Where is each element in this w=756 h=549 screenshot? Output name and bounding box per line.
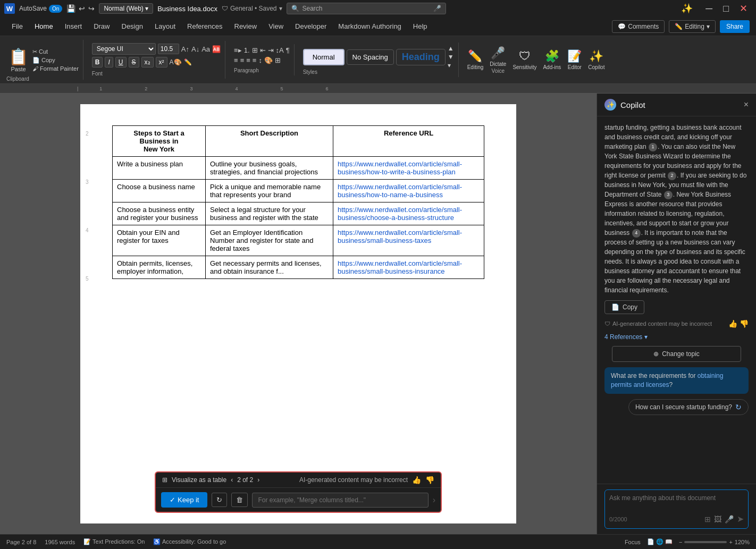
save-icon[interactable]: 💾 <box>66 4 75 13</box>
menu-draw[interactable]: Draw <box>88 20 115 33</box>
line-spacing-button[interactable]: ↕ <box>258 56 262 64</box>
paste-button[interactable]: 📋 Paste <box>4 40 32 80</box>
zoom-in-button[interactable]: + <box>729 539 732 545</box>
keep-it-button[interactable]: ✓ Keep it <box>161 492 207 508</box>
mic-icon[interactable]: 🎤 <box>433 5 441 12</box>
change-case-button[interactable]: Aa <box>201 45 210 53</box>
font-size-increase[interactable]: A↑ <box>181 45 189 53</box>
increase-indent-button[interactable]: ⇥ <box>268 46 274 54</box>
search-bar[interactable]: 🔍 Search 🎤 <box>287 3 446 14</box>
menu-review[interactable]: Review <box>229 20 263 33</box>
addins-button[interactable]: 🧩 Add-ins <box>543 49 561 70</box>
zoom-slider[interactable] <box>684 541 727 543</box>
borders-button[interactable]: ⊞ <box>275 56 281 64</box>
numbering-button[interactable]: 1. <box>244 46 250 54</box>
redo-icon[interactable]: ↪ <box>88 4 95 13</box>
menu-view[interactable]: View <box>263 20 289 33</box>
bullets-button[interactable]: ≡▸ <box>234 46 242 54</box>
highlight-button[interactable]: ✏️ <box>184 58 192 66</box>
menu-home[interactable]: Home <box>29 20 58 33</box>
font-color-button[interactable]: A🎨 <box>170 58 182 66</box>
regenerate-button[interactable]: ↻ <box>212 493 227 507</box>
zoom-out-button[interactable]: − <box>679 539 682 545</box>
underline-button[interactable]: U <box>115 57 127 67</box>
thumbs-down-feedback[interactable]: 👎 <box>740 319 749 328</box>
viz-next[interactable]: › <box>257 476 259 484</box>
thumbs-up-feedback[interactable]: 👍 <box>728 319 737 328</box>
superscript-button[interactable]: x² <box>156 57 167 67</box>
close-button[interactable]: ✕ <box>735 2 752 15</box>
align-right-button[interactable]: ≡ <box>246 56 250 64</box>
change-topic-button[interactable]: ⊕ Change topic <box>612 346 741 362</box>
style-heading-button[interactable]: Heading <box>396 49 446 65</box>
style-normal-button[interactable]: Normal <box>303 49 345 65</box>
feedback-buttons: 👍 👎 <box>728 319 749 328</box>
font-family-select[interactable]: Segoe UI <box>92 43 156 55</box>
copilot-icon[interactable]: ✨ <box>681 3 693 14</box>
thumbs-down-button[interactable]: 👎 <box>425 476 434 484</box>
comments-button[interactable]: 💬 Comments <box>612 20 665 33</box>
decrease-indent-button[interactable]: ⇤ <box>260 46 266 54</box>
autosave-control[interactable]: AutoSave On <box>19 5 62 13</box>
sensitivity-button[interactable]: 🛡 Sensitivity <box>513 49 536 70</box>
delete-button[interactable]: 🗑 <box>231 493 248 507</box>
show-paragraph-button[interactable]: ¶ <box>286 46 290 54</box>
copy-small-button[interactable]: 📄 Copy <box>32 57 79 64</box>
menu-file[interactable]: File <box>6 20 28 33</box>
font-size-decrease[interactable]: A↓ <box>191 45 199 53</box>
attach-button[interactable]: ⊞ <box>704 514 711 524</box>
multilevel-button[interactable]: ⊞ <box>252 46 258 54</box>
copy-button[interactable]: 📄 Copy <box>604 300 644 314</box>
menu-layout[interactable]: Layout <box>149 20 181 33</box>
clear-format-button[interactable]: 🆎 <box>212 45 221 53</box>
share-button[interactable]: Share <box>720 20 750 33</box>
read-view-button[interactable]: 📖 <box>665 538 673 545</box>
justify-button[interactable]: ≡ <box>253 56 257 64</box>
minimize-button[interactable]: ─ <box>701 2 717 15</box>
align-center-button[interactable]: ≡ <box>240 56 245 64</box>
menu-developer[interactable]: Developer <box>290 20 332 33</box>
autosave-toggle[interactable]: On <box>49 5 62 13</box>
maximize-button[interactable]: □ <box>719 2 733 15</box>
viz-send-button[interactable]: › <box>433 495 435 505</box>
styles-scroll-arrows[interactable]: ▲▼▾ <box>448 45 454 69</box>
sort-button[interactable]: ↕A <box>276 46 284 54</box>
focus-button[interactable]: Focus <box>625 539 641 545</box>
shading-button[interactable]: 🎨 <box>264 56 273 64</box>
chat-suggestion-button[interactable]: How can I secure startup funding? ↻ <box>628 399 749 415</box>
chat-input[interactable] <box>609 494 744 509</box>
editor-button[interactable]: 📝 Editor <box>567 49 582 70</box>
thumbs-up-button[interactable]: 👍 <box>412 476 421 484</box>
web-view-button[interactable]: 🌐 <box>656 538 663 545</box>
style-nospacing-button[interactable]: No Spacing <box>347 49 394 65</box>
undo-icon[interactable]: ↩ <box>79 4 85 13</box>
editing-ribbon-button[interactable]: ✏️ Editing <box>467 49 484 70</box>
viz-prev[interactable]: ‹ <box>231 476 233 484</box>
image-button[interactable]: 🖼 <box>714 514 721 524</box>
copilot-close-button[interactable]: × <box>744 100 749 109</box>
strikethrough-button[interactable]: S <box>129 57 139 67</box>
menu-insert[interactable]: Insert <box>60 20 88 33</box>
dictate-button[interactable]: 🎤 Dictate Voice <box>490 46 506 74</box>
format-painter-button[interactable]: 🖌 Format Painter <box>32 65 79 72</box>
menu-help[interactable]: Help <box>408 20 433 33</box>
references-button[interactable]: 4 References ▾ <box>604 333 749 341</box>
menu-markdown[interactable]: Markdown Authoring <box>333 20 407 33</box>
menu-references[interactable]: References <box>182 20 228 33</box>
copilot-ribbon-button[interactable]: ✨ Copilot <box>588 49 604 70</box>
bold-button[interactable]: B <box>92 57 103 67</box>
print-view-button[interactable]: 📄 <box>647 538 654 545</box>
viz-instruction-input[interactable] <box>252 493 428 508</box>
cut-button[interactable]: ✂ Cut <box>32 48 79 55</box>
italic-button[interactable]: I <box>105 57 113 67</box>
subscript-button[interactable]: x₂ <box>141 57 154 67</box>
table-header-desc: Short Description <box>206 126 333 157</box>
align-left-button[interactable]: ≡ <box>234 56 238 64</box>
mic-chat-button[interactable]: 🎤 <box>725 514 734 524</box>
view-mode-dropdown[interactable]: Normal (Web) ▾ <box>99 3 153 14</box>
menu-design[interactable]: Design <box>116 20 148 33</box>
main-content: 2345 Steps to Start aBusiness inNew York… <box>0 94 756 534</box>
font-size-input[interactable] <box>158 44 179 54</box>
editing-button[interactable]: ✏️ Editing ▾ <box>669 20 716 33</box>
send-button[interactable]: ➤ <box>737 514 744 524</box>
